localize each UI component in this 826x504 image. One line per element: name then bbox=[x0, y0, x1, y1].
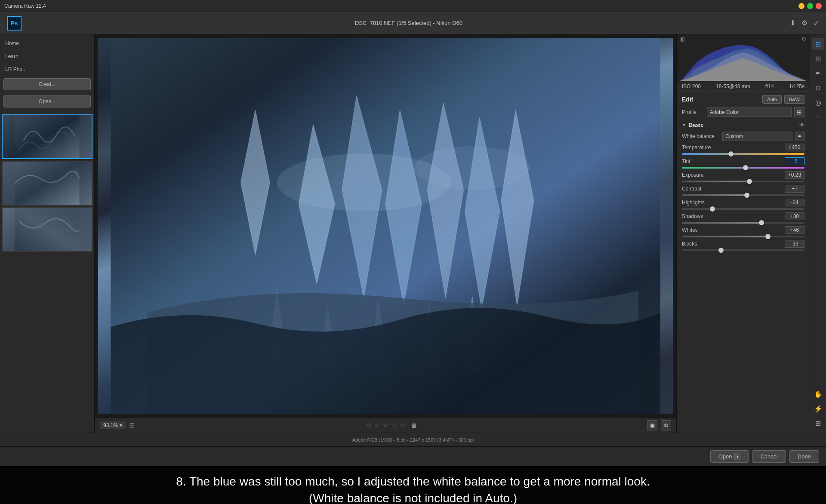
zoom-value: 93.1% bbox=[103, 422, 118, 428]
star-4[interactable]: ☆ bbox=[391, 421, 397, 429]
shadows-thumb[interactable] bbox=[759, 220, 764, 225]
maximize-button[interactable] bbox=[807, 3, 813, 9]
svg-rect-2 bbox=[15, 208, 80, 251]
blacks-row: Blacks -39 bbox=[682, 240, 804, 251]
panel-toggle-icon[interactable]: ⊞ bbox=[129, 421, 135, 429]
shadows-slider[interactable] bbox=[682, 222, 804, 224]
thumbnail-3[interactable] bbox=[2, 207, 92, 252]
tint-thumb[interactable] bbox=[743, 165, 748, 170]
create-button[interactable]: Creat... bbox=[3, 78, 91, 90]
lr-photo-tab[interactable]: LR Pho... bbox=[0, 64, 94, 75]
cancel-button[interactable]: Cancel bbox=[752, 450, 786, 463]
profile-select[interactable]: Adobe Color bbox=[707, 108, 792, 117]
bw-button[interactable]: B&W bbox=[784, 95, 804, 104]
whites-row: Whites +46 bbox=[682, 226, 804, 237]
profile-row: Profile Adobe Color ⊞ bbox=[682, 107, 804, 117]
exposure-label: Exposure bbox=[682, 172, 704, 178]
photoshop-icon: Ps bbox=[7, 16, 22, 31]
titlebar: Camera Raw 12.4 bbox=[0, 0, 826, 12]
more-options[interactable]: ··· bbox=[812, 111, 824, 123]
temperature-thumb[interactable] bbox=[728, 151, 734, 157]
learn-tab[interactable]: Learn bbox=[0, 51, 94, 62]
camera-info: ISO 200 18-55@48 mm f/14 1/125s bbox=[677, 82, 810, 92]
white-balance-eyedropper[interactable]: ✒ bbox=[795, 132, 804, 141]
thumbnail-image-3 bbox=[3, 208, 92, 251]
caption: 8. The blue was still too much, so I adj… bbox=[0, 466, 826, 504]
thumbnail-1[interactable] bbox=[2, 114, 92, 159]
healing-brush-tool[interactable]: ⚡ bbox=[812, 403, 824, 415]
done-button[interactable]: Done bbox=[789, 450, 819, 463]
blacks-thumb[interactable] bbox=[718, 248, 724, 253]
temperature-row: Temperature 4450 bbox=[682, 144, 804, 155]
exposure-thumb[interactable] bbox=[747, 179, 752, 184]
zoom-control[interactable]: 93.1% ▾ bbox=[100, 421, 126, 429]
shadows-value[interactable]: +30 bbox=[785, 212, 804, 220]
star-5[interactable]: ☆ bbox=[400, 421, 406, 429]
exposure-value[interactable]: +0.23 bbox=[785, 171, 804, 179]
svg-rect-1 bbox=[15, 162, 80, 205]
tint-slider[interactable] bbox=[682, 167, 804, 169]
hand-tool[interactable]: ✋ bbox=[812, 388, 824, 400]
contrast-value[interactable]: +7 bbox=[785, 185, 804, 193]
highlights-slider[interactable] bbox=[682, 208, 804, 210]
basic-visibility-icon[interactable]: 👁 bbox=[799, 122, 804, 128]
shadows-fill bbox=[682, 222, 761, 224]
save-icon[interactable]: ⬇ bbox=[790, 19, 795, 27]
whites-value[interactable]: +46 bbox=[785, 226, 804, 234]
histogram-settings-icon[interactable]: ⚙ bbox=[801, 36, 806, 42]
settings-icon[interactable]: ⚙ bbox=[801, 19, 808, 27]
heal-tool[interactable]: ✒ bbox=[812, 67, 824, 79]
basic-section-header: ▼ Basic 👁 bbox=[682, 122, 804, 128]
home-tab[interactable]: Home bbox=[0, 38, 94, 49]
thumbnail-2[interactable] bbox=[2, 161, 92, 206]
tint-value[interactable]: +5 bbox=[785, 157, 804, 165]
radial-tool[interactable]: ◎ bbox=[812, 96, 824, 108]
shutter-value: 1/125s bbox=[789, 83, 804, 89]
minimize-button[interactable] bbox=[798, 3, 804, 9]
blacks-value[interactable]: -39 bbox=[785, 240, 804, 248]
edit-header: Edit Auto B&W bbox=[682, 95, 804, 104]
window-controls bbox=[798, 3, 822, 9]
whites-slider[interactable] bbox=[682, 236, 804, 237]
open-nav-button[interactable]: Open... bbox=[3, 95, 91, 108]
expand-icon[interactable]: ⤢ bbox=[814, 19, 819, 27]
bottom-info: Adobe RGB (1998) - 8 bit - 2247 x 1509 (… bbox=[0, 433, 826, 446]
left-panel: Home Learn LR Pho... Creat... Open... bbox=[0, 34, 95, 433]
compare-tool[interactable]: ⧉ bbox=[661, 420, 671, 430]
basic-section-arrow[interactable]: ▼ bbox=[682, 123, 686, 127]
trash-icon[interactable]: 🗑 bbox=[411, 422, 417, 429]
profile-grid-button[interactable]: ⊞ bbox=[794, 107, 804, 117]
highlights-value[interactable]: -64 bbox=[785, 199, 804, 206]
crop-tool[interactable]: ▣ bbox=[647, 420, 657, 430]
star-2[interactable]: ☆ bbox=[374, 421, 380, 429]
brush-tool[interactable]: ⊙ bbox=[812, 82, 824, 94]
white-balance-select[interactable]: Custom bbox=[722, 132, 792, 141]
caption-line2: (White balance is not included in Auto.) bbox=[176, 490, 650, 504]
highlights-thumb[interactable] bbox=[710, 206, 715, 212]
canvas-area: 93.1% ▾ ⊞ ☆ ☆ ☆ ☆ ☆ 🗑 ▣ ⧉ bbox=[95, 34, 676, 433]
star-3[interactable]: ☆ bbox=[382, 421, 388, 429]
whites-label: Whites bbox=[682, 227, 698, 233]
file-info-text: Adobe RGB (1998) - 8 bit - 2247 x 1509 (… bbox=[352, 437, 474, 443]
open-dropdown-icon[interactable]: ▾ bbox=[734, 453, 740, 460]
temperature-value[interactable]: 4450 bbox=[785, 144, 804, 151]
edit-buttons: Auto B&W bbox=[762, 95, 804, 104]
grid-tool[interactable]: ⊞ bbox=[812, 417, 824, 429]
close-button[interactable] bbox=[816, 3, 822, 9]
right-tools: ⊟ ⊞ ✒ ⊙ ◎ ··· ✋ ⚡ ⊞ bbox=[810, 34, 826, 433]
temperature-slider[interactable] bbox=[682, 153, 804, 155]
auto-button[interactable]: Auto bbox=[762, 95, 782, 104]
open-button[interactable]: Open ▾ bbox=[710, 450, 749, 463]
blacks-slider[interactable] bbox=[682, 249, 804, 251]
star-1[interactable]: ☆ bbox=[365, 421, 371, 429]
histogram-warning-icon[interactable]: ◧ bbox=[680, 36, 685, 42]
exposure-slider[interactable] bbox=[682, 181, 804, 182]
thumbnail-list bbox=[0, 113, 94, 433]
iso-value: ISO 200 bbox=[682, 83, 701, 89]
contrast-thumb[interactable] bbox=[744, 193, 749, 198]
adjustments-tool[interactable]: ⊟ bbox=[812, 38, 824, 50]
contrast-label: Contrast bbox=[682, 186, 701, 192]
contrast-slider[interactable] bbox=[682, 194, 804, 196]
transform-tool[interactable]: ⊞ bbox=[812, 52, 824, 65]
whites-thumb[interactable] bbox=[765, 234, 771, 239]
